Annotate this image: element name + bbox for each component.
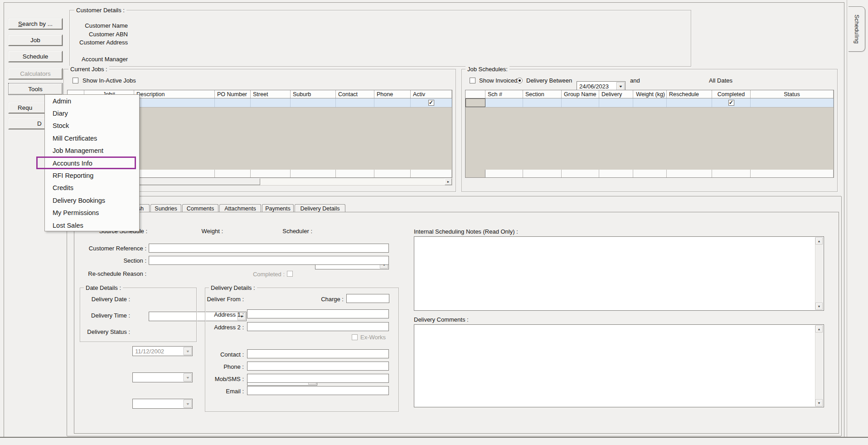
table-cell[interactable] [134,98,215,107]
address2-input[interactable] [247,322,389,331]
table-cell[interactable] [251,170,291,177]
column-header-sch-number[interactable]: Sch # [485,90,523,98]
column-header-reschedule[interactable]: Reschedule [667,90,712,98]
column-header-suburb[interactable]: Suburb [291,90,336,98]
section-input[interactable] [149,256,389,265]
table-cell[interactable] [291,98,336,107]
column-header-completed[interactable]: Completed [712,90,751,98]
column-header-group-name[interactable]: Group Name [562,90,599,98]
active-cell[interactable] [411,98,452,107]
table-cell[interactable] [336,98,374,107]
customer-name-label: Customer Name [37,22,128,29]
column-header-contact[interactable]: Contact [336,90,374,98]
status-cell[interactable] [751,98,834,107]
charge-input[interactable] [346,294,389,303]
scroll-up-button[interactable] [815,237,823,245]
table-cell[interactable] [712,170,751,177]
column-header-delivery[interactable]: Delivery [599,90,633,98]
column-header-description[interactable]: Description [134,90,215,98]
scroll-down-button[interactable] [815,303,823,310]
table-cell[interactable] [667,170,712,177]
column-header-status[interactable]: Status [751,90,834,98]
table-cell[interactable] [599,98,633,107]
table-cell[interactable] [562,98,599,107]
tab-comments[interactable]: Comments [182,204,218,212]
scheduling-vertical-tab[interactable]: Scheduling [849,6,865,52]
mob-sms-input[interactable] [247,374,389,383]
table-cell[interactable] [562,170,599,177]
table-cell[interactable] [667,98,712,107]
contact-input[interactable] [247,349,389,358]
job-schedules-selected-row[interactable] [466,98,834,108]
table-cell[interactable] [485,170,523,177]
menu-item-delivery-bookings[interactable]: Delivery Bookings [45,194,139,206]
comments-vscrollbar[interactable] [815,325,823,406]
table-cell[interactable] [633,98,667,107]
tools-button[interactable]: Tools [8,83,63,95]
tab-delivery-details[interactable]: Delivery Details [295,204,345,212]
table-cell[interactable] [599,170,633,177]
address1-input[interactable] [247,309,389,318]
delivery-comments-textarea[interactable] [414,324,824,407]
table-cell[interactable] [751,170,834,177]
window-bottom-edge [0,437,868,438]
menu-item-mill-certificates[interactable]: Mill Certificates [45,132,139,144]
menu-item-lost-sales[interactable]: Lost Sales [45,219,139,231]
delivery-between-radio[interactable] [517,78,523,83]
email-input[interactable] [247,386,389,395]
column-header-selector[interactable] [466,90,485,98]
row-selector-cell[interactable] [466,98,485,107]
column-header-street[interactable]: Street [251,90,291,98]
column-header-po-number[interactable]: PO Number [215,90,251,98]
table-cell[interactable] [411,170,452,177]
scroll-up-button[interactable] [815,325,823,333]
calculators-button: Calculators [8,68,63,79]
grid-empty-area [466,108,834,170]
menu-item-diary[interactable]: Diary [45,107,139,119]
tab-payments[interactable]: Payments [262,204,294,212]
ex-works-checkbox [352,334,358,340]
and-label: and [630,77,640,84]
customer-reference-input[interactable] [149,244,389,253]
show-invoiced-checkbox[interactable] [470,78,475,83]
row-selector-cell[interactable] [466,170,485,177]
table-cell[interactable] [485,98,523,107]
menu-item-job-management[interactable]: Job Management [45,145,139,157]
tab-label: Delivery Details [301,205,340,212]
table-cell[interactable] [251,98,291,107]
phone-input[interactable] [247,362,389,371]
table-cell[interactable] [374,98,411,107]
internal-notes-textarea[interactable] [414,236,824,311]
show-inactive-checkbox[interactable] [73,78,78,83]
notes-vscrollbar[interactable] [815,237,823,310]
customer-address-label: Customer Address [37,39,128,46]
menu-item-admin[interactable]: Admin [45,95,139,107]
table-cell[interactable] [336,170,374,177]
address2-label: Address 2 : [199,324,244,331]
menu-item-credits[interactable]: Credits [45,182,139,194]
active-checkbox[interactable] [428,100,434,106]
table-cell[interactable] [134,170,215,177]
scroll-down-button[interactable] [815,399,823,406]
column-header-active[interactable]: Activ [411,90,452,98]
tab-label: Sundries [155,205,177,212]
table-cell[interactable] [633,170,667,177]
completed-cell[interactable] [712,98,751,107]
table-cell[interactable] [523,170,562,177]
table-cell[interactable] [291,170,336,177]
menu-item-rfi-reporting[interactable]: RFI Reporting [45,169,139,181]
menu-item-my-permissions[interactable]: My Permissions [45,207,139,219]
table-cell[interactable] [215,98,251,107]
column-header-weight[interactable]: Weight (kg) [633,90,667,98]
column-header-section[interactable]: Section [523,90,562,98]
table-cell[interactable] [374,170,411,177]
scroll-right-button[interactable] [445,178,452,185]
table-cell[interactable] [523,98,562,107]
tab-attachments[interactable]: Attachments [219,204,261,212]
job-schedules-new-row[interactable] [466,170,834,177]
tab-sundries[interactable]: Sundries [150,204,181,212]
menu-item-stock[interactable]: Stock [45,120,139,132]
column-header-phone[interactable]: Phone [374,90,411,98]
table-cell[interactable] [215,170,251,177]
completed-checkbox[interactable] [728,100,734,106]
